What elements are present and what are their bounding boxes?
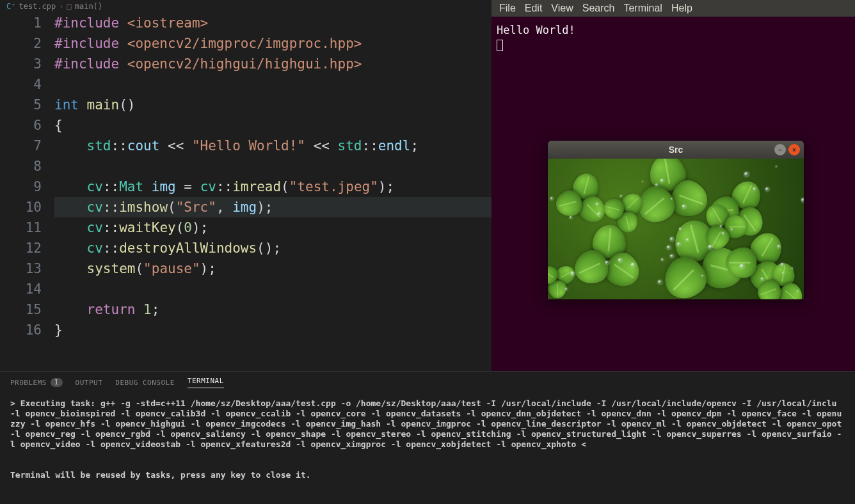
- line-number: 8: [0, 156, 42, 177]
- minimize-button[interactable]: –: [774, 144, 786, 155]
- problems-badge: 1: [51, 378, 63, 387]
- tab-terminal[interactable]: TERMINAL: [188, 377, 224, 388]
- line-number: 14: [0, 279, 42, 299]
- terminal-menu-view[interactable]: View: [551, 3, 573, 14]
- line-number: 13: [0, 258, 42, 279]
- breadcrumb-file[interactable]: test.cpp: [19, 2, 56, 11]
- terminal-menu-edit[interactable]: Edit: [525, 3, 543, 14]
- opencv-image-window[interactable]: Src – ×: [548, 141, 804, 299]
- terminal-body[interactable]: Hello World!: [491, 17, 855, 58]
- line-number: 15: [0, 299, 42, 320]
- terminal-line: Hello World!: [497, 23, 850, 37]
- line-number: 11: [0, 217, 42, 238]
- panel-tabs: PROBLEMS 1 OUTPUT DEBUG CONSOLE TERMINAL: [0, 372, 855, 393]
- line-number: 2: [0, 33, 42, 54]
- cpp-file-icon: C⁺: [6, 2, 15, 11]
- line-number: 3: [0, 54, 42, 74]
- terminal-menu-file[interactable]: File: [499, 3, 516, 14]
- cv-image-content: [548, 159, 804, 299]
- tab-output[interactable]: OUTPUT: [76, 377, 103, 388]
- bottom-panel: PROBLEMS 1 OUTPUT DEBUG CONSOLE TERMINAL…: [0, 371, 855, 504]
- cv-window-title: Src: [669, 145, 683, 155]
- cv-window-controls: – ×: [774, 144, 800, 155]
- line-number: 10: [0, 197, 42, 217]
- close-button[interactable]: ×: [788, 144, 800, 155]
- line-number: 1: [0, 13, 42, 33]
- tab-debug-console[interactable]: DEBUG CONSOLE: [115, 377, 175, 388]
- terminal-menu-terminal[interactable]: Terminal: [623, 3, 662, 14]
- line-number: 16: [0, 320, 42, 340]
- breadcrumb-symbol[interactable]: main(): [75, 2, 102, 11]
- line-number: 9: [0, 177, 42, 197]
- cv-window-titlebar[interactable]: Src – ×: [548, 141, 804, 159]
- breadcrumb-separator: ›: [59, 2, 63, 11]
- terminal-menu-search[interactable]: Search: [582, 3, 615, 14]
- terminal-cursor: [497, 40, 503, 51]
- terminal-menu-help[interactable]: Help: [671, 3, 692, 14]
- line-number: 5: [0, 95, 42, 115]
- terminal-output[interactable]: > Executing task: g++ -g -std=c++11 /hom…: [0, 393, 855, 485]
- tab-problems-label: PROBLEMS: [10, 379, 47, 387]
- line-number: 4: [0, 74, 42, 95]
- terminal-menubar: FileEditViewSearchTerminalHelp: [491, 0, 855, 17]
- line-number: 12: [0, 238, 42, 258]
- symbol-icon: ⬚: [67, 2, 71, 11]
- line-number-gutter: 12345678910111213141516: [0, 13, 54, 371]
- line-number: 6: [0, 115, 42, 136]
- line-number: 7: [0, 136, 42, 156]
- tab-problems[interactable]: PROBLEMS 1: [10, 377, 63, 388]
